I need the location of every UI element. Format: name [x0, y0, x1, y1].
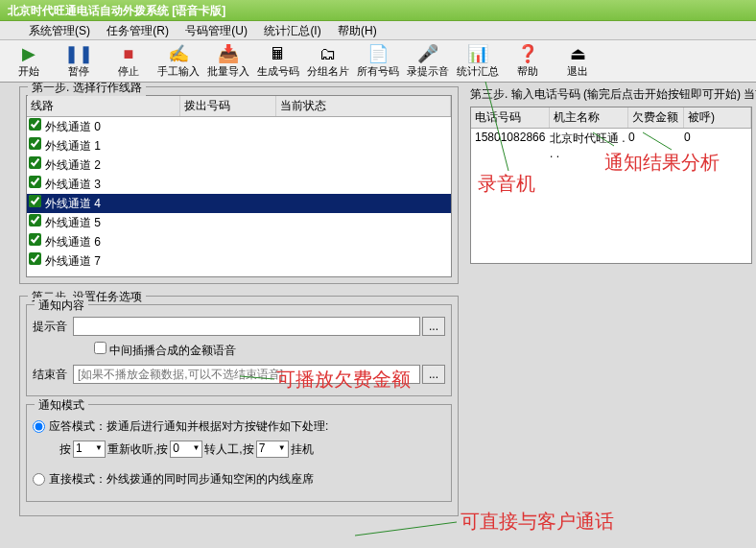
line-row[interactable]: 外线通道 3	[27, 175, 451, 194]
number-row[interactable]: 15801082866北京时代旺通 . . .00	[471, 129, 751, 162]
line-row[interactable]: 外线通道 7	[27, 251, 451, 271]
list-icon: 📄	[367, 43, 389, 64]
notify-content-group: 通知内容 提示音 ... 中间插播合成的金额语音 结束音 ...	[26, 304, 452, 396]
col-line[interactable]: 线路	[27, 96, 180, 116]
line-checkbox[interactable]	[29, 195, 41, 207]
toolbar: ▶开始 ❚❚暂停 ■停止 ✍手工输入 📥批量导入 🖩生成号码 🗂分组名片 📄所有…	[0, 40, 756, 83]
prompt-browse-button[interactable]: ...	[422, 317, 445, 336]
menu-task[interactable]: 任务管理(R)	[106, 24, 169, 37]
line-label: 外线通道 4	[45, 197, 101, 210]
exit-icon: ⏏	[570, 43, 586, 64]
line-table: 线路 拨出号码 当前状态 外线通道 0外线通道 1外线通道 2外线通道 3外线通…	[26, 95, 452, 277]
line-label: 外线通道 1	[45, 139, 101, 153]
line-row[interactable]: 外线通道 6	[27, 232, 451, 251]
gen-number-button[interactable]: 🖩生成号码	[253, 42, 303, 80]
line-checkbox[interactable]	[29, 252, 41, 265]
line-checkbox[interactable]	[29, 156, 41, 169]
direct-mode-label: 直接模式：外线拨通的同时同步通知空闲的内线座席	[49, 471, 314, 488]
hand-icon: ✍	[168, 43, 189, 64]
line-row[interactable]: 外线通道 2	[27, 155, 451, 175]
transfer-label: 转人工,按	[204, 441, 253, 458]
group-card-button[interactable]: 🗂分组名片	[303, 42, 353, 80]
pause-button[interactable]: ❚❚暂停	[54, 42, 104, 80]
mid-insert-label: 中间插播合成的金额语音	[109, 344, 236, 357]
col-called[interactable]: 被呼)	[684, 107, 751, 128]
start-button[interactable]: ▶开始	[4, 42, 54, 80]
card-icon: 🗂	[319, 43, 337, 64]
stop-button[interactable]: ■停止	[104, 42, 154, 80]
line-label: 外线通道 7	[45, 254, 101, 268]
line-row[interactable]: 外线通道 4	[27, 194, 451, 213]
direct-mode-radio[interactable]	[33, 473, 45, 486]
record-hint-button[interactable]: 🎤录提示音	[403, 42, 453, 80]
answer-mode-radio[interactable]	[33, 420, 45, 433]
col-owner[interactable]: 机主名称	[550, 107, 628, 128]
notify-mode-legend: 通知模式	[35, 397, 88, 414]
line-checkbox[interactable]	[29, 233, 41, 246]
calc-icon: 🖩	[270, 43, 287, 64]
line-checkbox[interactable]	[29, 214, 41, 226]
prompt-label: 提示音	[33, 319, 73, 335]
play-icon: ▶	[22, 43, 35, 64]
col-owed[interactable]: 欠费金额	[628, 107, 684, 128]
batch-import-button[interactable]: 📥批量导入	[203, 42, 253, 80]
answer-mode-label: 应答模式：拨通后进行通知并根据对方按键作如下处理:	[49, 418, 328, 435]
col-dial[interactable]: 拨出号码	[180, 96, 276, 116]
cell-called: 0	[684, 131, 751, 160]
stat-sum-button[interactable]: 📊统计汇总	[453, 42, 503, 80]
line-label: 外线通道 5	[45, 216, 101, 229]
end-label: 结束音	[33, 367, 73, 383]
line-label: 外线通道 2	[45, 158, 101, 172]
pause-icon: ❚❚	[64, 43, 93, 64]
help-icon: ❓	[517, 43, 538, 64]
exit-button[interactable]: ⏏退出	[553, 42, 602, 80]
manual-input-button[interactable]: ✍手工输入	[154, 42, 203, 80]
end-input[interactable]	[73, 365, 420, 384]
redial-label: 重新收听,按	[107, 441, 168, 458]
press-label: 按	[59, 441, 71, 458]
line-row[interactable]: 外线通道 5	[27, 213, 451, 232]
line-row[interactable]: 外线通道 0	[27, 117, 451, 136]
notify-content-legend: 通知内容	[35, 298, 88, 314]
line-row[interactable]: 外线通道 1	[27, 136, 451, 155]
window-title: 北京时代旺通电话自动外拨系统 [语音卡版]	[0, 0, 756, 21]
line-checkbox[interactable]	[29, 118, 41, 131]
key0-select[interactable]: 0	[170, 441, 202, 458]
prompt-input[interactable]	[73, 317, 420, 336]
col-phone[interactable]: 电话号码	[471, 107, 550, 128]
line-label: 外线通道 6	[45, 235, 101, 249]
key1-select[interactable]: 1	[73, 441, 106, 458]
chart-icon: 📊	[467, 43, 488, 64]
end-browse-button[interactable]: ...	[422, 365, 445, 384]
cell-owner: 北京时代旺通 . . .	[550, 131, 628, 160]
mic-icon: 🎤	[417, 43, 438, 64]
step1-group: 第一步. 选择行作线路 线路 拨出号码 当前状态 外线通道 0外线通道 1外线通…	[19, 86, 459, 284]
menu-bar: 系统管理(S) 任务管理(R) 号码管理(U) 统计汇总(I) 帮助(H)	[0, 21, 756, 40]
help-button[interactable]: ❓帮助	[503, 42, 553, 80]
step3-legend: 第三步. 输入电话号码 (输完后点击开始按钮即可开始) 当前号	[470, 86, 752, 103]
menu-help[interactable]: 帮助(H)	[338, 24, 377, 37]
hangup-label: 挂机	[291, 441, 314, 458]
step1-legend: 第一步. 选择行作线路	[28, 83, 146, 96]
line-checkbox[interactable]	[29, 176, 41, 188]
col-state[interactable]: 当前状态	[276, 96, 451, 116]
all-number-button[interactable]: 📄所有号码	[353, 42, 403, 80]
cell-owed: 0	[628, 131, 684, 160]
line-label: 外线通道 0	[45, 120, 101, 133]
number-table: 电话号码 机主名称 欠费金额 被呼) 15801082866北京时代旺通 . .…	[470, 107, 752, 264]
menu-stats[interactable]: 统计汇总(I)	[264, 24, 320, 37]
menu-system[interactable]: 系统管理(S)	[29, 24, 90, 37]
mid-insert-checkbox[interactable]	[94, 342, 106, 354]
menu-number[interactable]: 号码管理(U)	[185, 24, 248, 37]
line-label: 外线通道 3	[45, 178, 101, 191]
import-icon: 📥	[218, 43, 239, 64]
notify-mode-group: 通知模式 应答模式：拨通后进行通知并根据对方按键作如下处理: 按 1 重新收听,…	[26, 404, 452, 502]
key7-select[interactable]: 7	[256, 441, 289, 458]
step2-group: 第二步. 设置任务选项 通知内容 提示音 ... 中间插播合成的金额语音 结束音…	[19, 296, 459, 516]
cell-phone: 15801082866	[471, 131, 550, 160]
stop-icon: ■	[124, 43, 134, 64]
line-checkbox[interactable]	[29, 137, 41, 150]
